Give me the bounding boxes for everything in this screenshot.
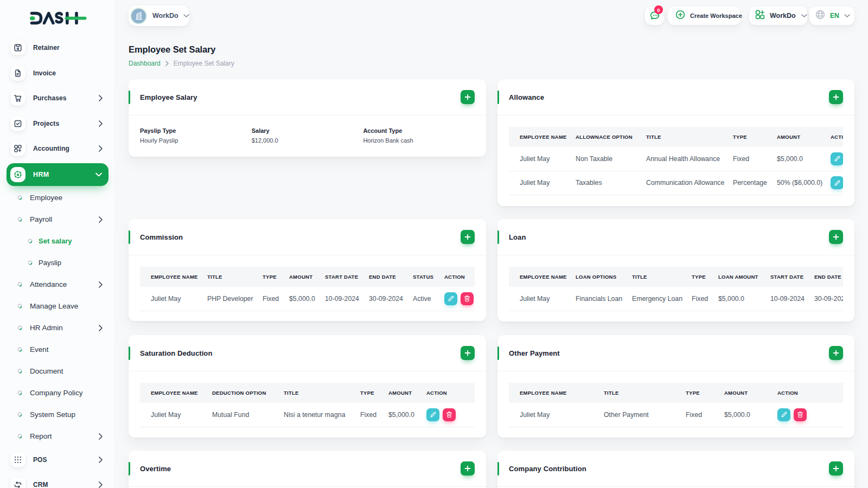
trash-icon [446, 411, 452, 418]
card-header: Overtime [129, 451, 486, 487]
sidebar-item-crm[interactable]: CRM [0, 472, 114, 488]
sidebar-nav: RetainerInvoicePurchasesProjectsAccounti… [0, 35, 114, 488]
table-header-row: EMPLOYEE NAMELOAN OPTIONSTITLETYPELOAN A… [509, 267, 843, 287]
table-cell: $5,000.0 [773, 147, 826, 171]
add-button[interactable] [829, 90, 843, 104]
sidebar-item-projects[interactable]: Projects [0, 111, 114, 137]
sidebar-item-hrm[interactable]: HRM [0, 162, 114, 187]
sidebar-item-employee[interactable]: Employee [0, 187, 114, 209]
edit-button[interactable] [426, 408, 439, 421]
edit-button[interactable] [831, 176, 843, 189]
sidebar-active-pill[interactable]: HRM [7, 163, 108, 186]
chevron-right-icon [165, 61, 169, 66]
chevron-right-icon [99, 481, 103, 488]
sidebar-item-system-setup[interactable]: System Setup [0, 404, 114, 426]
table-cell: Juliet May [509, 147, 571, 171]
sidebar-item-pos[interactable]: POS [0, 447, 114, 473]
add-button[interactable] [829, 461, 843, 476]
sidebar-item-attendance[interactable]: Attendance [0, 274, 114, 296]
sidebar-item-company-policy[interactable]: Company Policy [0, 382, 114, 404]
sidebar-item-set-salary[interactable]: Set salary [0, 230, 114, 252]
bullet-icon [17, 369, 22, 374]
card-header: Saturation Deduction [129, 335, 486, 371]
delete-button[interactable] [443, 408, 456, 421]
card-header: Allowance [497, 79, 854, 115]
table-cell: $5,000.0 [285, 287, 321, 311]
table-cell: Juliet May [509, 403, 599, 427]
table-container: EMPLOYEE NAMELOAN OPTIONSTITLETYPELOAN A… [509, 267, 843, 311]
sidebar-item-purchases[interactable]: Purchases [0, 86, 114, 111]
table-body: Juliet MayOther PaymentFixed$5,000.0 [509, 403, 843, 427]
edit-button[interactable] [444, 292, 457, 305]
bullet-icon [17, 304, 22, 309]
sidebar-item-payslip[interactable]: Payslip [0, 252, 114, 274]
table-header-row: EMPLOYEE NAMETITLETYPEAMOUNTACTION [509, 383, 843, 403]
table-row: Juliet MayMutual FundNisi a tenetur magn… [140, 403, 475, 427]
plus-circle-icon [675, 10, 685, 22]
table-cell: Juliet May [509, 287, 571, 311]
table-cell: Communication Allowance [642, 171, 729, 195]
column-header: EMPLOYEE NAME [140, 267, 203, 287]
purchases-icon [10, 91, 25, 106]
table-cell: Emergency Loan [628, 287, 687, 311]
sidebar-item-label: Manage Leave [30, 302, 78, 310]
table-cell-actions [422, 403, 475, 427]
add-button[interactable] [461, 461, 475, 476]
plus-icon [464, 349, 471, 357]
table-head: EMPLOYEE NAMETITLETYPEAMOUNTACTION [509, 383, 843, 403]
table-head: EMPLOYEE NAMEDEDUCTION OPTIONTITLETYPEAM… [140, 383, 475, 403]
sidebar-item-event[interactable]: Event [0, 339, 114, 361]
sidebar-item-accounting[interactable]: Accounting [0, 136, 114, 162]
table-row: Juliet MayTaxablesCommunication Allowanc… [509, 171, 843, 195]
column-header: TYPE [687, 267, 714, 287]
add-button[interactable] [829, 230, 843, 244]
create-workspace-button[interactable]: Create Workspace [668, 7, 741, 25]
plus-icon [464, 233, 471, 241]
dash-logo[interactable] [24, 7, 94, 29]
add-button[interactable] [461, 230, 475, 244]
table-header-row: EMPLOYEE NAMEDEDUCTION OPTIONTITLETYPEAM… [140, 383, 475, 403]
edit-button[interactable] [777, 408, 790, 421]
column-header: AMOUNT [384, 383, 422, 403]
field-label: Salary [252, 127, 363, 135]
table-cell: $5,000.0 [384, 403, 422, 427]
chevron-right-icon [99, 95, 103, 101]
edit-button[interactable] [831, 152, 843, 165]
table-cell-actions [826, 171, 843, 195]
sidebar-item-document[interactable]: Document [0, 361, 114, 382]
column-header: AMOUNT [285, 267, 321, 287]
sidebar-item-label: HRM [33, 171, 49, 178]
column-header: DEDUCTION OPTION [208, 383, 279, 403]
field-value: Horizon Bank cash [363, 137, 475, 145]
table-cell: Fixed [729, 147, 773, 171]
column-header: ALLOWNACE OPTION [571, 127, 642, 147]
workspace-switcher-label: WorkDo [770, 12, 796, 20]
sidebar-item-invoice[interactable]: Invoice [0, 61, 114, 86]
sidebar-item-payroll[interactable]: Payroll [0, 209, 114, 230]
chevron-down-icon [95, 172, 102, 176]
delete-button[interactable] [461, 292, 474, 305]
column-header: TITLE [599, 383, 681, 403]
card-saturation-deduction: Saturation DeductionEMPLOYEE NAMEDEDUCTI… [129, 335, 486, 438]
table-body: Juliet MayNon TaxableAnnual Health Allow… [509, 147, 843, 195]
add-button[interactable] [829, 346, 843, 360]
trash-icon [797, 411, 803, 418]
sidebar-item-report[interactable]: Report [0, 426, 114, 447]
card-title: Commission [140, 233, 183, 241]
language-selector[interactable]: EN [809, 7, 854, 25]
accounting-icon [10, 141, 25, 156]
workspace-switcher-button[interactable]: WorkDo [749, 7, 807, 25]
language-label: EN [830, 12, 839, 20]
sidebar-item-retainer[interactable]: Retainer [0, 35, 114, 61]
field-value: $12,000.0 [252, 137, 363, 145]
column-header: TITLE [628, 267, 687, 287]
breadcrumb-link-dashboard[interactable]: Dashboard [129, 60, 161, 67]
card-accent-bar [129, 91, 130, 104]
add-button[interactable] [461, 346, 475, 360]
add-button[interactable] [461, 90, 475, 104]
sidebar-item-manage-leave[interactable]: Manage Leave [0, 296, 114, 317]
sidebar-item-hr-admin[interactable]: HR Admin [0, 317, 114, 339]
table-body: Juliet MayPHP DeveloperFixed$5,000.010-0… [140, 287, 475, 311]
delete-button[interactable] [794, 408, 807, 421]
workspace-selector[interactable]: WorkDo [129, 5, 189, 26]
